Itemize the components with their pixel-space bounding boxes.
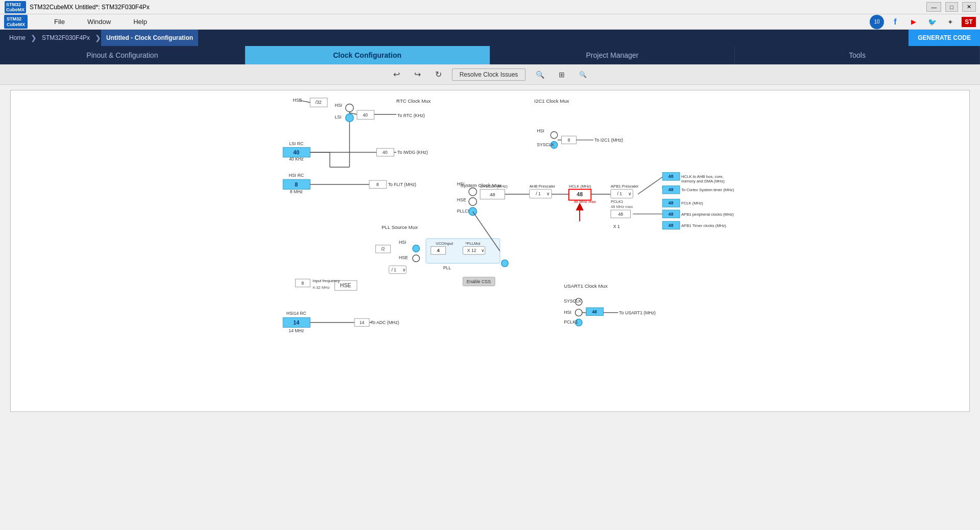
hsi14-rc-label: HSI14 RC xyxy=(286,311,306,316)
zoom-out-button[interactable]: 🔍 xyxy=(575,69,591,80)
to-flit-label: To FLIT (MHz) xyxy=(388,182,416,187)
canvas-area: RTC Clock Mux I2C1 Clock Mux System Cloc… xyxy=(10,90,970,412)
ahb-div-val: / 1 xyxy=(536,191,541,196)
window-title: STM32CubeMX Untitled*: STM32F030F4Px xyxy=(30,4,150,11)
apb1-div-val: / 1 xyxy=(617,191,622,196)
hclk-ahb-label2: memory and DMA (MHz) xyxy=(681,179,725,183)
pll-mux-hsi xyxy=(413,245,420,252)
iwdg-val: 40 xyxy=(383,150,388,155)
clock-diagram: RTC Clock Mux I2C1 Clock Mux System Cloc… xyxy=(11,90,969,411)
youtube-icon[interactable]: ▶ xyxy=(906,17,921,27)
zoom-in-button[interactable]: 🔍 xyxy=(532,68,548,81)
redo-button[interactable]: ↪ xyxy=(410,67,425,81)
rtc-mux-label: RTC Clock Mux xyxy=(396,98,431,104)
maximize-button[interactable]: □ xyxy=(945,2,958,12)
resolve-clock-button[interactable]: Resolve Clock Issues xyxy=(452,68,526,81)
hse-label: HSE xyxy=(340,282,351,288)
menu-file[interactable]: File xyxy=(48,16,71,28)
twitter-icon[interactable]: 🐦 xyxy=(925,17,939,27)
hclk-ahb-label: HCLK to AHB bus, core, xyxy=(681,174,724,179)
pll-mux-hse xyxy=(413,255,420,262)
i2c1-out-val: 8 xyxy=(567,137,570,143)
breadcrumb-device[interactable]: STM32F030F4Px xyxy=(37,30,95,46)
sysclk-label: SYSCLK (MHz) xyxy=(480,184,508,189)
hclk-max-label: 48 MHz max xyxy=(574,199,596,204)
pll-mul-label: *PLLMul xyxy=(465,241,480,246)
apb1-timer-val: 48 xyxy=(668,223,674,228)
hsi-rc-value: 8 xyxy=(295,181,298,188)
input-freq-val: 8 xyxy=(301,281,304,286)
div2-val: /2 xyxy=(381,246,385,251)
usart1-pclk1-label: PCLK1 xyxy=(564,319,578,325)
pll-div1-val: / 1 xyxy=(391,267,396,272)
rtc-out-val: 40 xyxy=(363,112,368,118)
to-adc-label: To ADC (MHz) xyxy=(371,320,399,325)
usart1-sysclk-label: SYSCLK xyxy=(564,298,581,304)
breadcrumb-project[interactable]: Untitled - Clock Configuration xyxy=(101,30,198,46)
fit-button[interactable]: ⊞ xyxy=(555,68,569,81)
freq-range-label: 4-32 MHz xyxy=(313,285,330,290)
apb1-timer-label: APB1 Timer clocks (MHz) xyxy=(681,223,726,228)
sys-mux-hse xyxy=(469,198,476,205)
tab-clock[interactable]: Clock Configuration xyxy=(245,46,490,64)
x1-label: X 1 xyxy=(613,224,620,229)
pll-hse-label: HSE xyxy=(399,255,408,260)
rtc-hsi-label: HSI xyxy=(335,103,342,108)
tab-project[interactable]: Project Manager xyxy=(490,46,735,64)
cortex-val: 48 xyxy=(668,187,674,192)
pll-hsi-label: HSI xyxy=(399,240,406,245)
svg-text:∨: ∨ xyxy=(481,248,485,253)
svg-text:∨: ∨ xyxy=(546,191,550,196)
usart1-hsi-circle xyxy=(575,309,582,316)
close-button[interactable]: ✕ xyxy=(962,2,976,12)
vco-input-label: VCOInput xyxy=(436,241,453,246)
sys-hsi-label: HSI xyxy=(457,181,464,187)
to-rtc-label: To RTC (KHz) xyxy=(397,113,425,118)
cortex-label: To Cortex System timer (MHz) xyxy=(681,188,734,192)
st-icon[interactable]: ST xyxy=(962,17,976,27)
sysclk-val: 48 xyxy=(490,192,495,197)
facebook-icon[interactable]: f xyxy=(888,17,902,27)
usart1-hsi-label: HSI xyxy=(564,310,571,315)
apb1-periph-label: APB1 peripheral clocks (MHz) xyxy=(681,212,734,217)
menu-help[interactable]: Help xyxy=(127,16,153,28)
generate-code-button[interactable]: GENERATE CODE xyxy=(909,30,980,46)
menu-window[interactable]: Window xyxy=(81,16,117,28)
lsi-rc-label: LSI RC xyxy=(289,141,303,146)
pllclk-out-circle xyxy=(501,260,509,267)
hclk-val: 48 xyxy=(577,191,583,197)
svg-line-8 xyxy=(638,177,662,194)
breadcrumb-home[interactable]: Home xyxy=(4,30,31,46)
undo-button[interactable]: ↩ xyxy=(389,67,404,81)
rtc-lsi-label: LSI xyxy=(335,114,342,120)
menubar: STM32CubeMX File Window Help 10 f ▶ 🐦 ✦ … xyxy=(0,14,980,30)
div32-value: /32 xyxy=(316,100,322,105)
i2c1-sysclk-label: SYSCLK xyxy=(537,142,554,147)
anniversary-icon: 10 xyxy=(870,15,884,29)
enable-css-label: Enable CSS xyxy=(467,279,491,284)
fclk-label: FCLK (MHz) xyxy=(681,201,703,205)
i2c1-hsi-label: HSI xyxy=(537,128,544,133)
breadcrumb-arrow1: ❯ xyxy=(31,34,37,42)
tab-pinout[interactable]: Pinout & Configuration xyxy=(0,46,245,64)
refresh-button[interactable]: ↻ xyxy=(431,67,446,81)
apb1-periph-val: 48 xyxy=(668,212,674,217)
titlebar: STM32CubeMX STM32CubeMX Untitled*: STM32… xyxy=(0,0,980,14)
pclk1-max-label: 48 MHz max xyxy=(611,204,633,209)
tab-tools[interactable]: Tools xyxy=(735,46,980,64)
fclk-val: 48 xyxy=(668,200,674,205)
minimize-button[interactable]: — xyxy=(926,2,941,12)
app-logo: STM32CubeMX xyxy=(4,2,27,13)
pll-label: PLL xyxy=(443,265,451,270)
toolbar: ↩ ↪ ↻ Resolve Clock Issues 🔍 ⊞ 🔍 xyxy=(0,64,980,85)
pll-source-mux-label: PLL Source Mux xyxy=(381,224,418,230)
to-usart1-label: To USART1 (MHz) xyxy=(619,310,656,315)
sys-hse-label: HSE xyxy=(457,197,466,202)
to-i2c1-label: To I2C1 (MHz) xyxy=(594,137,623,143)
network-icon[interactable]: ✦ xyxy=(943,17,958,27)
input-freq-label: Input frequency xyxy=(313,279,340,283)
apb1-prescaler-label: APB1 Prescaler xyxy=(611,184,639,189)
hclk-label: HCLK (MHz) xyxy=(569,184,591,189)
rtc-mux-circle1 xyxy=(346,104,353,111)
to-iwdg-label: To IWDG (KHz) xyxy=(397,150,428,155)
